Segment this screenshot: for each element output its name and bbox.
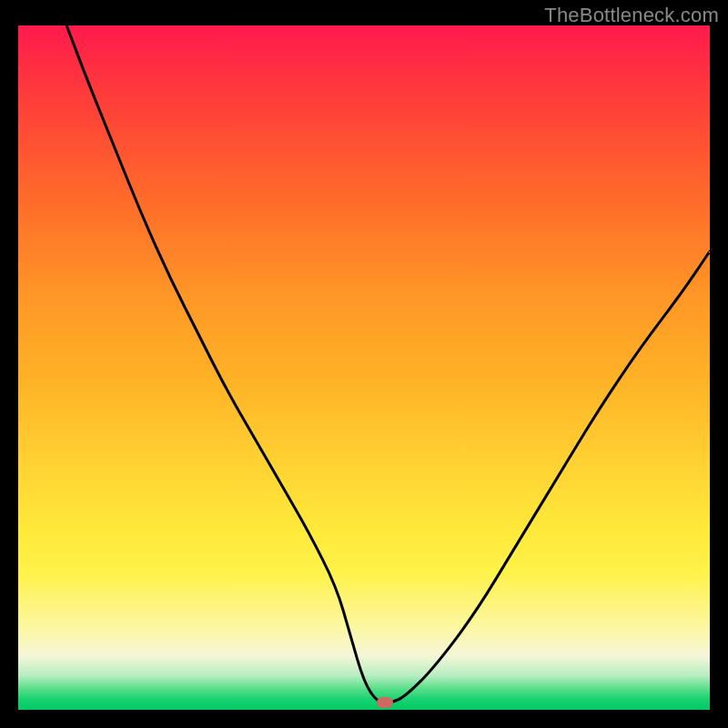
- chart-frame: TheBottleneck.com: [0, 0, 728, 728]
- bottleneck-curve: [66, 25, 710, 703]
- optimum-marker: [377, 697, 393, 708]
- watermark-text: TheBottleneck.com: [544, 4, 719, 27]
- plot-area: [18, 25, 710, 710]
- curve-svg: [18, 25, 710, 710]
